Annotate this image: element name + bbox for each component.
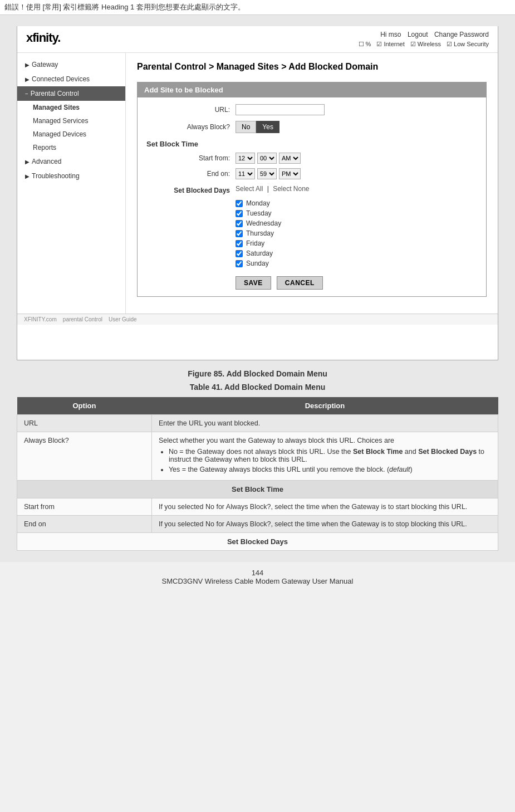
start-minute-select[interactable]: 00153045	[257, 153, 277, 164]
days-links: Select All | Select None	[236, 185, 310, 193]
end-minute-select[interactable]: 59001530	[257, 168, 277, 179]
section-label-block-time: Set Block Time	[17, 481, 498, 498]
table-cell-desc-end: If you selected No for Always Block?, se…	[151, 516, 498, 533]
table-section-row-block-time: Set Block Time	[17, 481, 498, 498]
start-period-select[interactable]: AMPM	[279, 153, 301, 164]
header-right: Hi mso Logout Change Password ☐ % ☑ Inte…	[359, 31, 489, 48]
sidebar-item-managed-devices[interactable]: Managed Devices	[17, 128, 125, 141]
day-row-friday: Friday	[236, 239, 477, 247]
tuesday-checkbox[interactable]	[236, 210, 243, 217]
header-status-row: ☐ % ☑ Internet ☑ Wireless ☑ Low Security	[359, 41, 489, 48]
page-number: 144	[0, 569, 515, 577]
low-security-status: ☑ Low Security	[447, 41, 489, 48]
xfinity-logo: xfinity.	[26, 31, 60, 45]
monday-label: Monday	[246, 199, 270, 207]
user-greeting: Hi mso	[380, 31, 401, 38]
day-row-monday: Monday	[236, 199, 477, 207]
sidebar-item-managed-services[interactable]: Managed Services	[17, 114, 125, 128]
day-row-wednesday: Wednesday	[236, 219, 477, 227]
table-cell-option: URL	[17, 415, 152, 432]
sidebar-item-reports[interactable]: Reports	[17, 141, 125, 154]
wireless-status: ☑ Wireless	[410, 41, 441, 48]
end-on-label: End on:	[146, 170, 236, 178]
form-box-header: Add Site to be Blocked	[138, 82, 486, 97]
router-header: xfinity. Hi mso Logout Change Password ☐…	[17, 26, 498, 53]
end-hour-select[interactable]: 111212	[236, 168, 255, 179]
url-input[interactable]	[236, 104, 325, 115]
page-heading: Parental Control > Managed Sites > Add B…	[137, 61, 487, 73]
select-none-link[interactable]: Select None	[273, 185, 309, 193]
table-row: Start from If you selected No for Always…	[17, 498, 498, 516]
thursday-checkbox[interactable]	[236, 230, 243, 237]
product-name: SMCD3GNV Wireless Cable Modem Gateway Us…	[0, 577, 515, 585]
url-label: URL:	[146, 106, 236, 114]
table-cell-option-start: Start from	[17, 498, 152, 516]
error-banner: 錯誤！使用 [常用] 索引標籤將 Heading 1 套用到您想要在此處顯示的文…	[0, 0, 515, 15]
change-password-link[interactable]: Change Password	[434, 31, 489, 38]
table-row: URL Enter the URL you want blocked.	[17, 415, 498, 432]
set-blocked-days-section: Set Blocked Days Select All | Select Non…	[146, 185, 477, 267]
start-from-label: Start from:	[146, 154, 236, 162]
saturday-label: Saturday	[246, 250, 273, 257]
friday-label: Friday	[246, 239, 264, 247]
set-block-time-label: Set Block Time	[146, 140, 477, 148]
sidebar-item-parental-control-label: Parental Control	[31, 90, 79, 97]
button-row: SAVE CANCEL	[236, 276, 477, 290]
section-label-blocked-days: Set Blocked Days	[17, 533, 498, 551]
sidebar-item-advanced-label: Advanced	[32, 158, 61, 165]
table-cell-option-end: End on	[17, 516, 152, 533]
table-cell-desc-always-block: Select whether you want the Gateway to a…	[151, 432, 498, 481]
table-header-option: Option	[17, 397, 152, 415]
thursday-label: Thursday	[246, 229, 274, 237]
connected-devices-arrow: ▶	[25, 76, 30, 82]
gateway-arrow: ▶	[25, 62, 30, 68]
router-footer-bar: XFINITY.com parental Control User Guide	[17, 314, 498, 325]
day-row-saturday: Saturday	[236, 250, 477, 257]
router-body: ▶ Gateway ▶ Connected Devices − Parental…	[17, 53, 498, 314]
sidebar-item-connected-devices-label: Connected Devices	[32, 75, 90, 83]
select-all-link[interactable]: Select All	[236, 185, 263, 193]
set-blocked-days-label: Set Blocked Days	[146, 187, 236, 194]
day-row-sunday: Sunday	[236, 260, 477, 267]
toggle-yes-button[interactable]: Yes	[256, 121, 279, 133]
sidebar-item-gateway[interactable]: ▶ Gateway	[17, 57, 125, 72]
sunday-label: Sunday	[246, 260, 269, 267]
friday-checkbox[interactable]	[236, 240, 243, 247]
table-cell-desc-start: If you selected No for Always Block?, se…	[151, 498, 498, 516]
start-hour-select[interactable]: 12123 4567 891011	[236, 153, 255, 164]
sidebar-item-managed-sites[interactable]: Managed Sites	[17, 101, 125, 114]
table-cell-desc: Enter the URL you want blocked.	[151, 415, 498, 432]
saturday-checkbox[interactable]	[236, 250, 243, 257]
table-row: End on If you selected No for Always Blo…	[17, 516, 498, 533]
header-user-row: Hi mso Logout Change Password	[359, 31, 489, 38]
sidebar-item-connected-devices[interactable]: ▶ Connected Devices	[17, 72, 125, 86]
logout-link[interactable]: Logout	[408, 31, 428, 38]
page-footer: 144 SMCD3GNV Wireless Cable Modem Gatewa…	[0, 562, 515, 590]
tuesday-label: Tuesday	[246, 209, 272, 217]
table-header-description: Description	[151, 397, 498, 415]
description-table: Option Description URL Enter the URL you…	[17, 397, 498, 551]
sunday-checkbox[interactable]	[236, 260, 243, 267]
parental-control-arrow: −	[25, 91, 28, 97]
sidebar-item-advanced[interactable]: ▶ Advanced	[17, 154, 125, 169]
days-divider: |	[267, 185, 271, 193]
end-on-row: End on: 111212 59001530 PMAM	[146, 168, 477, 179]
always-block-label: Always Block?	[146, 123, 236, 131]
table-title: Table 41. Add Blocked Domain Menu	[17, 383, 498, 392]
table-cell-option: Always Block?	[17, 432, 152, 481]
end-period-select[interactable]: PMAM	[279, 168, 301, 179]
sidebar-item-gateway-label: Gateway	[32, 61, 58, 69]
wednesday-checkbox[interactable]	[236, 220, 243, 227]
toggle-no-button[interactable]: No	[236, 121, 256, 133]
save-button[interactable]: SAVE	[236, 276, 271, 290]
sidebar-item-troubleshooting-label: Troubleshooting	[32, 172, 80, 180]
always-block-bullet-no: No = the Gateway does not always block t…	[169, 448, 491, 463]
sidebar-item-troubleshooting[interactable]: ▶ Troubleshooting	[17, 169, 125, 183]
figure-caption: Figure 85. Add Blocked Domain Menu	[17, 369, 498, 378]
sidebar-item-parental-control[interactable]: − Parental Control	[17, 86, 125, 101]
internet-status: ☑ Internet	[376, 41, 404, 48]
cancel-button[interactable]: CANCEL	[277, 276, 323, 290]
always-block-bullet-yes: Yes = the Gateway always blocks this URL…	[169, 466, 491, 473]
sidebar: ▶ Gateway ▶ Connected Devices − Parental…	[17, 53, 126, 314]
monday-checkbox[interactable]	[236, 200, 243, 207]
